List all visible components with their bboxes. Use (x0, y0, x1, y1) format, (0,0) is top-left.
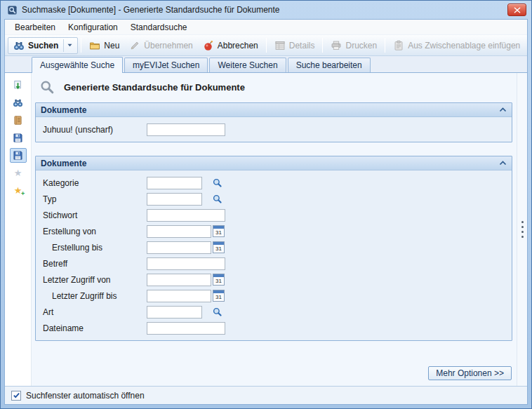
zwischenablage-einfuegen-button[interactable]: Aus Zwischenablage einfügen (388, 37, 525, 54)
spacer (35, 341, 512, 364)
toolbar-separator (266, 38, 267, 53)
import-button[interactable] (10, 78, 27, 93)
drucken-button[interactable]: Drucken (326, 37, 382, 54)
notes-button[interactable] (10, 113, 27, 128)
art-input[interactable] (147, 306, 202, 319)
field-label: Art (43, 307, 147, 317)
field-label: Kategorie (43, 178, 147, 188)
app-icon[interactable] (7, 5, 18, 15)
tab-suche-bearbeiten[interactable]: Suche bearbeiten (288, 58, 371, 72)
details-button[interactable]: Details (270, 37, 320, 54)
chevron-up-icon[interactable] (499, 107, 507, 112)
uebernehmen-button[interactable]: Übernehmen (124, 37, 197, 54)
toolbar-separator (81, 38, 81, 53)
toolbar-separator (385, 38, 385, 53)
form-row: Letzter Zugriff von 31 (43, 271, 512, 288)
more-options-button[interactable]: Mehr Optionen >> (428, 366, 512, 380)
calendar-day-label: 31 (213, 245, 224, 253)
autoopen-checkbox-label: Suchfenster automatisch öffnen (26, 391, 145, 401)
splitter-grip[interactable] (517, 73, 527, 386)
save-search-icon (13, 150, 23, 161)
group-title: Dokumente (41, 159, 499, 168)
favorite-icon: ★ (14, 168, 22, 177)
lookup-magnifier-icon (212, 307, 222, 317)
field-label: Dateiname (43, 323, 147, 333)
menu-bearbeiten[interactable]: Bearbeiten (8, 21, 62, 34)
form-row: Dateiname (43, 320, 512, 336)
details-label: Details (289, 41, 315, 51)
form-row: Juhuuu! (unscharf) (43, 121, 512, 138)
kategorie-input[interactable] (147, 177, 202, 189)
search-icon (13, 98, 23, 108)
field-label: Juhuuu! (unscharf) (43, 125, 147, 135)
tab-myevijet-suchen[interactable]: myEVIJet Suchen (124, 58, 208, 72)
tab-weitere-suchen[interactable]: Weitere Suchen (209, 58, 286, 72)
group-body: Juhuuu! (unscharf) (36, 117, 512, 142)
form-row: Typ (43, 191, 512, 207)
letzter-zugriff-von-datepicker-button[interactable]: 31 (213, 274, 225, 286)
window-title: Suchmaske [Dokumente] - Generierte Stand… (22, 5, 503, 15)
lookup-magnifier-icon (212, 177, 222, 188)
betreff-input[interactable] (147, 257, 225, 270)
erstellung-bis-datepicker-button[interactable]: 31 (213, 241, 225, 253)
stichwort-input[interactable] (147, 209, 225, 222)
erstellung-von-input[interactable] (147, 225, 211, 238)
grip-dot (521, 221, 524, 223)
import-icon (13, 80, 23, 90)
calendar-day-label: 31 (213, 293, 224, 301)
form-row: Betreff (43, 255, 512, 271)
letzter-zugriff-von-input[interactable] (147, 274, 211, 286)
window: Suchmaske [Dokumente] - Generierte Stand… (0, 0, 532, 409)
toolbar-overflow-icon[interactable]: » (525, 40, 528, 51)
zwischenablage-einfuegen-label: Aus Zwischenablage einfügen (408, 41, 520, 51)
abbrechen-button[interactable]: Abbrechen (198, 37, 263, 54)
menubar: Bearbeiten Konfiguration Standardsuche (5, 20, 527, 34)
form-row: Art (43, 304, 512, 320)
panel-heading: Generierte Standardsuche für Dokumente (35, 78, 512, 102)
favorite-add-button[interactable]: ★+ (10, 183, 27, 198)
typ-input[interactable] (147, 193, 202, 206)
left-toolbar: ★ ★+ (5, 73, 32, 386)
typ-lookup-button[interactable] (211, 193, 223, 205)
erstellung-von-datepicker-button[interactable]: 31 (213, 225, 225, 237)
printer-icon (331, 40, 342, 51)
grip-dot (521, 226, 524, 228)
juhuuu-input[interactable] (147, 123, 225, 136)
menu-standardsuche[interactable]: Standardsuche (124, 21, 194, 34)
tabstrip: Ausgewählte Suche myEVIJet Suchen Weiter… (5, 56, 527, 73)
toolbar-separator (322, 38, 323, 53)
tab-ausgewaehlte-suche[interactable]: Ausgewählte Suche (32, 57, 123, 73)
letzter-zugriff-bis-input[interactable] (147, 290, 211, 302)
form-row: Erstellung von 31 (43, 223, 512, 239)
suchen-label: Suchen (28, 41, 58, 51)
toolbar: Suchen Neu Übernehmen (5, 34, 527, 56)
suchen-dropdown[interactable] (63, 39, 72, 52)
calendar-day-label: 31 (213, 229, 224, 236)
suchen-button[interactable]: Suchen (8, 37, 78, 54)
letzter-zugriff-bis-datepicker-button[interactable]: 31 (213, 290, 225, 302)
neu-button[interactable]: Neu (84, 37, 124, 54)
statusbar: Suchfenster automatisch öffnen (5, 386, 527, 404)
search-button[interactable] (10, 95, 27, 110)
chevron-up-icon[interactable] (499, 161, 507, 166)
erstellung-bis-input[interactable] (147, 241, 211, 254)
grip-dot (521, 236, 524, 238)
favorite-button[interactable]: ★ (10, 166, 27, 180)
cancel-icon (203, 40, 214, 51)
art-lookup-button[interactable] (211, 306, 223, 318)
close-button[interactable] (507, 4, 526, 16)
neu-label: Neu (104, 41, 119, 51)
menu-konfiguration[interactable]: Konfiguration (62, 21, 124, 34)
save-icon (13, 133, 23, 143)
field-label: Betreff (43, 259, 147, 269)
save-button[interactable] (10, 130, 27, 145)
field-label: Stichwort (43, 210, 147, 220)
dateiname-input[interactable] (147, 322, 225, 335)
field-label: Letzter Zugriff bis (43, 291, 147, 301)
chevron-down-icon (67, 43, 72, 47)
field-label: Typ (43, 194, 147, 204)
autoopen-checkbox[interactable] (11, 391, 21, 401)
kategorie-lookup-button[interactable] (211, 177, 223, 189)
titlebar[interactable]: Suchmaske [Dokumente] - Generierte Stand… (4, 1, 528, 19)
save-search-button[interactable] (10, 148, 27, 163)
